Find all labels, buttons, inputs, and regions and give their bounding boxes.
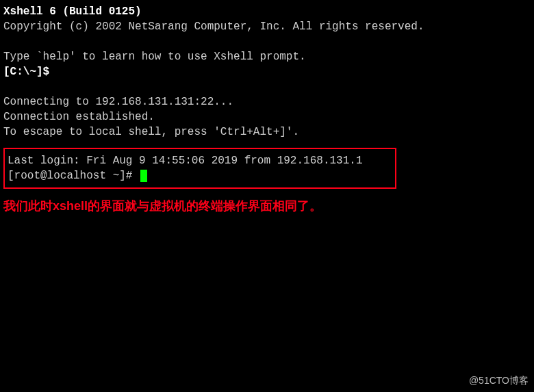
escape-line: To escape to local shell, press 'Ctrl+Al… [3, 125, 531, 140]
connection-block: Connecting to 192.168.131.131:22... Conn… [3, 94, 531, 140]
cursor-icon [140, 170, 147, 182]
highlight-box: Last login: Fri Aug 9 14:55:06 2019 from… [3, 148, 396, 189]
help-tip: Type `help' to learn how to use Xshell p… [3, 49, 531, 64]
connecting-line: Connecting to 192.168.131.131:22... [3, 94, 531, 109]
watermark: @51CTO博客 [469, 373, 529, 388]
app-title: Xshell 6 (Build 0125) [3, 4, 531, 19]
last-login-line: Last login: Fri Aug 9 14:55:06 2019 from… [8, 153, 392, 168]
annotation-text: 我们此时xshell的界面就与虚拟机的终端操作界面相同了。 [3, 198, 531, 213]
remote-prompt-line[interactable]: [root@localhost ~]# [8, 168, 392, 183]
copyright-line: Copyright (c) 2002 NetSarang Computer, I… [3, 19, 531, 34]
remote-prompt: [root@localhost ~]# [8, 170, 132, 182]
established-line: Connection established. [3, 109, 531, 125]
local-prompt[interactable]: [C:\~]$ [3, 64, 531, 79]
